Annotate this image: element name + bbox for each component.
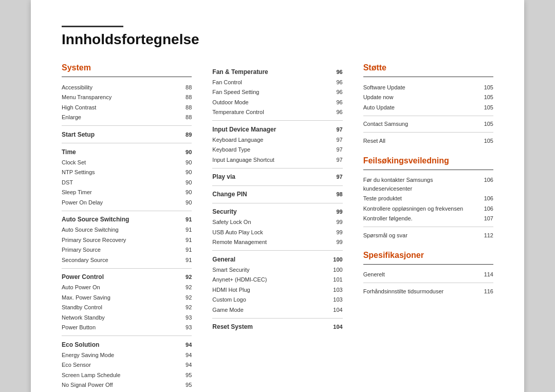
toc-header-item: Eco Solution94	[62, 339, 192, 350]
section-divider-right	[363, 264, 493, 265]
item-label: Max. Power Saving	[62, 293, 176, 302]
item-page: 89	[176, 130, 192, 139]
item-label: Remote Management	[212, 238, 327, 247]
toc-item-right: Software Update105	[363, 82, 493, 92]
toc-item-right: Update now105	[363, 92, 493, 103]
item-label: Software Update	[363, 83, 478, 92]
item-page: 93	[176, 323, 192, 332]
item-label: Secondary Source	[62, 256, 176, 265]
item-label: Security	[212, 207, 327, 216]
item-label: Power Control	[62, 272, 176, 282]
item-page: 94	[176, 361, 192, 369]
toc-item: Custom Logo103	[212, 295, 342, 305]
item-page: 100	[327, 255, 343, 264]
page: Innholdsfortegnelse System Accessibility…	[31, 0, 524, 392]
toc-item: Temperature Control96	[212, 107, 342, 118]
group-divider	[62, 335, 192, 336]
section-title-right: Spesifikasjoner	[363, 251, 493, 260]
item-label: Game Mode	[212, 306, 327, 314]
item-page: 97	[327, 136, 343, 144]
toc-item: Keyboard Type97	[212, 145, 342, 155]
toc-item: USB Auto Play Lock99	[212, 227, 342, 237]
item-label: Teste produktet	[363, 194, 478, 203]
item-page: 105	[478, 83, 493, 92]
item-label: Clock Set	[62, 158, 176, 167]
item-label: Auto Power On	[62, 283, 176, 292]
item-label: Sleep Timer	[62, 188, 176, 197]
toc-item-right: Reset All105	[363, 136, 493, 146]
toc-item: Primary Source91	[62, 245, 192, 255]
item-label: Keyboard Type	[212, 145, 327, 154]
item-page: 96	[327, 88, 343, 97]
toc-item: Standby Control92	[62, 303, 192, 313]
item-label: Network Standby	[62, 313, 176, 322]
item-label: NTP Settings	[62, 168, 176, 177]
toc-header-item: General100	[212, 254, 342, 265]
toc-header-item: Fan & Temperature96	[212, 66, 342, 77]
item-label: Primary Source	[62, 246, 176, 254]
item-label: Eco Solution	[62, 340, 176, 349]
item-page: 96	[327, 98, 343, 107]
toc-header-item: Reset System104	[212, 322, 342, 332]
toc-item: Enlarge88	[62, 113, 192, 123]
group-divider	[62, 125, 192, 126]
item-page: 103	[327, 286, 343, 294]
item-page: 95	[176, 381, 192, 389]
item-page: 105	[478, 120, 493, 128]
mid-groups: Fan & Temperature96Fan Control96Fan Spee…	[212, 66, 342, 332]
item-label: Reset System	[212, 322, 327, 331]
toc-header-item: Power Control92	[62, 272, 192, 283]
item-page: 90	[176, 158, 192, 167]
group-divider	[62, 143, 192, 143]
toc-item: Accessibility88	[62, 82, 192, 92]
column-system: System Accessibility88Menu Transparency8…	[62, 63, 192, 392]
item-label: Play via	[212, 172, 327, 181]
toc-item: Max. Power Saving92	[62, 292, 192, 303]
toc-item: Energy Saving Mode94	[62, 350, 192, 360]
item-page: 91	[176, 226, 192, 234]
item-page: 104	[327, 323, 343, 331]
section-title-right: Feilsøkingsveiledning	[363, 156, 493, 165]
item-page: 96	[327, 108, 343, 117]
group-divider	[62, 268, 192, 269]
item-page: 93	[176, 313, 192, 322]
item-page: 106	[478, 194, 493, 203]
item-page: 104	[327, 306, 343, 314]
toc-item: Network Standby93	[62, 312, 192, 323]
item-page: 107	[478, 214, 493, 223]
toc-item: Auto Power On92	[62, 283, 192, 293]
toc-item-right: Generelt114	[363, 270, 493, 280]
item-page: 90	[176, 178, 192, 187]
section-title-system: System	[62, 63, 192, 72]
group-divider	[212, 120, 342, 121]
toc-item: Sleep Timer90	[62, 188, 192, 198]
toc-header-item: Time90	[62, 146, 192, 157]
item-page: 92	[176, 293, 192, 302]
item-page: 94	[176, 341, 192, 349]
toc-item: Eco Sensor94	[62, 360, 192, 370]
toc-item-right: Før du kontakter Samsungs kundeservicese…	[363, 175, 493, 194]
item-label: Input Language Shortcut	[212, 156, 327, 164]
toc-item: No Signal Power Off95	[62, 380, 192, 390]
item-label: Anynet+ (HDMI-CEC)	[212, 275, 327, 284]
toc-item: Primary Source Recovery91	[62, 235, 192, 245]
item-page: 106	[478, 204, 493, 213]
item-page: 94	[176, 351, 192, 360]
left-groups: Accessibility88Menu Transparency88High C…	[62, 82, 192, 392]
item-page: 92	[176, 303, 192, 312]
item-label: Start Setup	[62, 130, 176, 139]
group-divider-right	[363, 132, 493, 133]
item-label: Accessibility	[62, 83, 176, 92]
item-page: 90	[176, 148, 192, 157]
toc-item: Anynet+ (HDMI-CEC)101	[212, 275, 342, 285]
item-label: Change PIN	[212, 190, 327, 199]
item-label: Reset All	[363, 137, 478, 145]
item-page: 99	[327, 208, 343, 216]
item-page: 90	[176, 198, 192, 207]
item-label: General	[212, 255, 327, 264]
item-label: Smart Security	[212, 266, 327, 274]
item-page: 96	[327, 68, 343, 77]
toc-header-item: Auto Source Switching91	[62, 214, 192, 225]
toc-item: Fan Speed Setting96	[212, 87, 342, 98]
toc-header-item: Play via97	[212, 172, 342, 182]
